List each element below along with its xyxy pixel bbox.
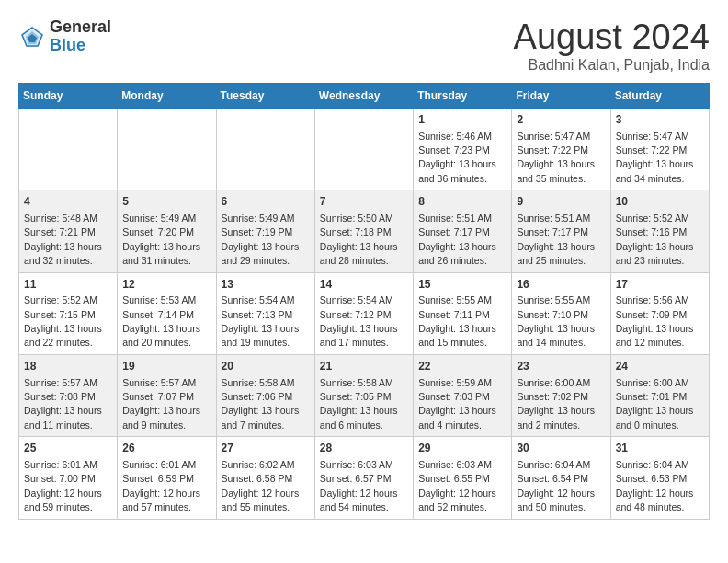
calendar-cell: 7Sunrise: 5:50 AM Sunset: 7:18 PM Daylig… bbox=[314, 190, 413, 272]
day-info: Sunrise: 5:53 AM Sunset: 7:14 PM Dayligh… bbox=[122, 294, 200, 348]
weekday-header-thursday: Thursday bbox=[414, 83, 512, 108]
day-info: Sunrise: 6:00 AM Sunset: 7:02 PM Dayligh… bbox=[517, 377, 595, 431]
calendar-week-row: 1Sunrise: 5:46 AM Sunset: 7:23 PM Daylig… bbox=[19, 108, 710, 190]
day-info: Sunrise: 5:59 AM Sunset: 7:03 PM Dayligh… bbox=[418, 377, 496, 431]
day-info: Sunrise: 6:01 AM Sunset: 6:59 PM Dayligh… bbox=[122, 459, 200, 512]
day-number: 6 bbox=[222, 194, 310, 210]
calendar-cell: 5Sunrise: 5:49 AM Sunset: 7:20 PM Daylig… bbox=[118, 190, 216, 272]
day-number: 18 bbox=[24, 359, 112, 374]
logo-general-text: General bbox=[50, 18, 111, 37]
day-info: Sunrise: 5:48 AM Sunset: 7:21 PM Dayligh… bbox=[24, 213, 102, 266]
calendar-cell: 17Sunrise: 5:56 AM Sunset: 7:09 PM Dayli… bbox=[610, 272, 709, 354]
day-number: 21 bbox=[320, 359, 408, 374]
day-info: Sunrise: 6:04 AM Sunset: 6:54 PM Dayligh… bbox=[517, 459, 595, 512]
calendar-cell: 15Sunrise: 5:55 AM Sunset: 7:11 PM Dayli… bbox=[414, 272, 512, 354]
calendar-cell: 25Sunrise: 6:01 AM Sunset: 7:00 PM Dayli… bbox=[19, 437, 118, 519]
day-number: 30 bbox=[517, 441, 605, 456]
day-info: Sunrise: 5:57 AM Sunset: 7:08 PM Dayligh… bbox=[24, 377, 102, 431]
day-info: Sunrise: 5:49 AM Sunset: 7:20 PM Dayligh… bbox=[122, 213, 200, 266]
day-info: Sunrise: 5:47 AM Sunset: 7:22 PM Dayligh… bbox=[616, 131, 694, 184]
day-number: 20 bbox=[222, 359, 310, 374]
calendar-cell: 12Sunrise: 5:53 AM Sunset: 7:14 PM Dayli… bbox=[118, 272, 216, 354]
location-subtitle: Badhni Kalan, Punjab, India bbox=[514, 57, 710, 74]
day-info: Sunrise: 5:58 AM Sunset: 7:05 PM Dayligh… bbox=[320, 377, 398, 431]
calendar-cell: 11Sunrise: 5:52 AM Sunset: 7:15 PM Dayli… bbox=[19, 272, 118, 354]
day-info: Sunrise: 5:47 AM Sunset: 7:22 PM Dayligh… bbox=[517, 131, 595, 184]
day-number: 22 bbox=[418, 359, 506, 374]
calendar-cell: 13Sunrise: 5:54 AM Sunset: 7:13 PM Dayli… bbox=[216, 272, 314, 354]
day-number: 31 bbox=[616, 441, 704, 456]
day-number: 27 bbox=[222, 441, 310, 456]
calendar-cell: 23Sunrise: 6:00 AM Sunset: 7:02 PM Dayli… bbox=[512, 354, 610, 436]
day-info: Sunrise: 5:51 AM Sunset: 7:17 PM Dayligh… bbox=[418, 213, 496, 266]
calendar-cell: 31Sunrise: 6:04 AM Sunset: 6:53 PM Dayli… bbox=[610, 437, 709, 519]
calendar-cell: 2Sunrise: 5:47 AM Sunset: 7:22 PM Daylig… bbox=[512, 108, 610, 190]
calendar-cell: 9Sunrise: 5:51 AM Sunset: 7:17 PM Daylig… bbox=[512, 190, 610, 272]
day-number: 13 bbox=[222, 277, 310, 293]
calendar-cell bbox=[19, 108, 118, 190]
calendar-cell bbox=[314, 108, 413, 190]
day-number: 1 bbox=[418, 112, 506, 128]
weekday-header-monday: Monday bbox=[118, 83, 216, 108]
calendar-cell bbox=[216, 108, 314, 190]
calendar-cell: 24Sunrise: 6:00 AM Sunset: 7:01 PM Dayli… bbox=[610, 354, 709, 436]
day-number: 24 bbox=[616, 359, 704, 374]
day-number: 14 bbox=[320, 277, 408, 293]
day-info: Sunrise: 5:52 AM Sunset: 7:16 PM Dayligh… bbox=[616, 213, 694, 266]
day-number: 5 bbox=[122, 194, 210, 210]
day-number: 29 bbox=[418, 441, 506, 456]
day-number: 3 bbox=[616, 112, 704, 128]
day-info: Sunrise: 5:57 AM Sunset: 7:07 PM Dayligh… bbox=[122, 377, 200, 431]
day-number: 8 bbox=[418, 194, 506, 210]
day-number: 2 bbox=[517, 112, 605, 128]
day-number: 25 bbox=[24, 441, 112, 456]
title-block: August 2024 Badhni Kalan, Punjab, India bbox=[514, 18, 710, 74]
day-info: Sunrise: 6:03 AM Sunset: 6:55 PM Dayligh… bbox=[418, 459, 496, 512]
day-info: Sunrise: 6:02 AM Sunset: 6:58 PM Dayligh… bbox=[222, 459, 300, 512]
calendar-cell: 19Sunrise: 5:57 AM Sunset: 7:07 PM Dayli… bbox=[118, 354, 216, 436]
day-number: 23 bbox=[517, 359, 605, 374]
calendar-cell: 20Sunrise: 5:58 AM Sunset: 7:06 PM Dayli… bbox=[216, 354, 314, 436]
logo-blue-text: Blue bbox=[50, 37, 111, 55]
calendar-week-row: 11Sunrise: 5:52 AM Sunset: 7:15 PM Dayli… bbox=[19, 272, 710, 354]
logo-icon bbox=[18, 23, 46, 51]
day-info: Sunrise: 5:54 AM Sunset: 7:12 PM Dayligh… bbox=[320, 294, 398, 348]
day-number: 15 bbox=[418, 277, 506, 293]
calendar-table: SundayMondayTuesdayWednesdayThursdayFrid… bbox=[18, 83, 710, 520]
day-info: Sunrise: 5:50 AM Sunset: 7:18 PM Dayligh… bbox=[320, 213, 398, 266]
calendar-week-row: 18Sunrise: 5:57 AM Sunset: 7:08 PM Dayli… bbox=[19, 354, 710, 436]
calendar-week-row: 4Sunrise: 5:48 AM Sunset: 7:21 PM Daylig… bbox=[19, 190, 710, 272]
calendar-cell: 28Sunrise: 6:03 AM Sunset: 6:57 PM Dayli… bbox=[314, 437, 413, 519]
day-number: 4 bbox=[24, 194, 112, 210]
weekday-header-saturday: Saturday bbox=[610, 83, 709, 108]
day-info: Sunrise: 5:55 AM Sunset: 7:11 PM Dayligh… bbox=[418, 294, 496, 348]
calendar-cell: 8Sunrise: 5:51 AM Sunset: 7:17 PM Daylig… bbox=[414, 190, 512, 272]
calendar-cell: 22Sunrise: 5:59 AM Sunset: 7:03 PM Dayli… bbox=[414, 354, 512, 436]
calendar-week-row: 25Sunrise: 6:01 AM Sunset: 7:00 PM Dayli… bbox=[19, 437, 710, 519]
calendar-cell bbox=[118, 108, 216, 190]
weekday-header-tuesday: Tuesday bbox=[216, 83, 314, 108]
weekday-header-sunday: Sunday bbox=[19, 83, 118, 108]
day-info: Sunrise: 5:55 AM Sunset: 7:10 PM Dayligh… bbox=[517, 294, 595, 348]
logo-text: General Blue bbox=[50, 18, 111, 55]
calendar-cell: 3Sunrise: 5:47 AM Sunset: 7:22 PM Daylig… bbox=[610, 108, 709, 190]
day-number: 19 bbox=[122, 359, 210, 374]
day-info: Sunrise: 5:46 AM Sunset: 7:23 PM Dayligh… bbox=[418, 131, 496, 184]
calendar-cell: 18Sunrise: 5:57 AM Sunset: 7:08 PM Dayli… bbox=[19, 354, 118, 436]
day-info: Sunrise: 6:01 AM Sunset: 7:00 PM Dayligh… bbox=[24, 459, 102, 512]
month-title: August 2024 bbox=[514, 18, 710, 57]
day-info: Sunrise: 6:03 AM Sunset: 6:57 PM Dayligh… bbox=[320, 459, 398, 512]
logo: General Blue bbox=[18, 18, 111, 55]
calendar-cell: 27Sunrise: 6:02 AM Sunset: 6:58 PM Dayli… bbox=[216, 437, 314, 519]
day-info: Sunrise: 5:58 AM Sunset: 7:06 PM Dayligh… bbox=[222, 377, 300, 431]
day-info: Sunrise: 6:04 AM Sunset: 6:53 PM Dayligh… bbox=[616, 459, 694, 512]
calendar-cell: 26Sunrise: 6:01 AM Sunset: 6:59 PM Dayli… bbox=[118, 437, 216, 519]
day-info: Sunrise: 5:52 AM Sunset: 7:15 PM Dayligh… bbox=[24, 294, 102, 348]
day-number: 10 bbox=[616, 194, 704, 210]
calendar-cell: 6Sunrise: 5:49 AM Sunset: 7:19 PM Daylig… bbox=[216, 190, 314, 272]
day-info: Sunrise: 6:00 AM Sunset: 7:01 PM Dayligh… bbox=[616, 377, 694, 431]
weekday-header-wednesday: Wednesday bbox=[314, 83, 413, 108]
day-number: 12 bbox=[122, 277, 210, 293]
weekday-header-row: SundayMondayTuesdayWednesdayThursdayFrid… bbox=[19, 83, 710, 108]
calendar-cell: 30Sunrise: 6:04 AM Sunset: 6:54 PM Dayli… bbox=[512, 437, 610, 519]
